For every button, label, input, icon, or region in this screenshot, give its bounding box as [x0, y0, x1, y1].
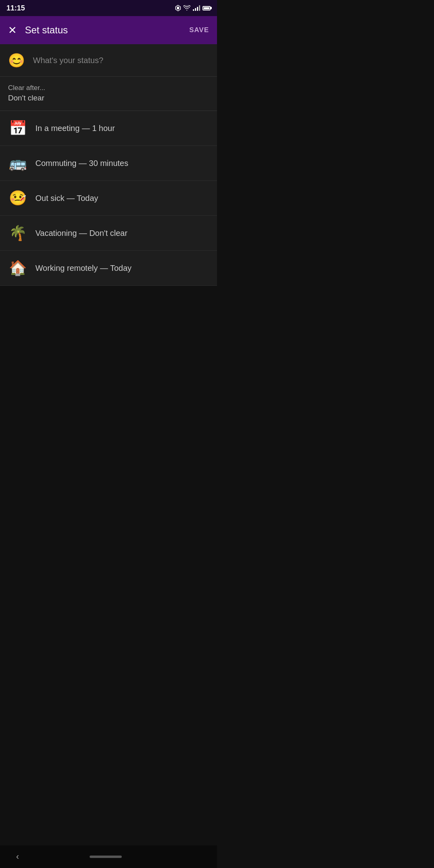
- status-bar: 11:15: [0, 0, 217, 16]
- save-button[interactable]: SAVE: [189, 26, 209, 34]
- svg-marker-1: [177, 6, 179, 10]
- battery-icon: [203, 6, 211, 10]
- out-sick-text: Out sick — Today: [35, 194, 98, 203]
- close-button[interactable]: ✕: [8, 25, 17, 35]
- status-option-vacationing[interactable]: 🌴 Vacationing — Don't clear: [0, 216, 217, 251]
- status-option-out-sick[interactable]: 🤒 Out sick — Today: [0, 181, 217, 216]
- status-input-row[interactable]: 😊 What's your status?: [0, 44, 217, 77]
- status-options-list: 📅 In a meeting — 1 hour 🚌 Commuting — 30…: [0, 111, 217, 286]
- vacationing-text: Vacationing — Don't clear: [35, 229, 127, 238]
- meeting-text: In a meeting — 1 hour: [35, 124, 115, 133]
- status-time: 11:15: [6, 4, 25, 12]
- smiley-icon: 😊: [8, 52, 25, 68]
- signal-icon: [193, 5, 200, 11]
- status-option-commuting[interactable]: 🚌 Commuting — 30 minutes: [0, 146, 217, 181]
- vacationing-emoji: 🌴: [8, 225, 27, 242]
- status-placeholder: What's your status?: [33, 56, 103, 65]
- toolbar-left: ✕ Set status: [8, 25, 68, 36]
- clear-after-label: Clear after...: [8, 84, 209, 92]
- toolbar: ✕ Set status SAVE: [0, 16, 217, 44]
- commuting-text: Commuting — 30 minutes: [35, 159, 128, 168]
- clear-after-value: Don't clear: [8, 94, 209, 102]
- working-remotely-text: Working remotely — Today: [35, 264, 131, 273]
- out-sick-emoji: 🤒: [8, 190, 27, 207]
- status-icons: [175, 5, 211, 11]
- commuting-emoji: 🚌: [8, 155, 27, 172]
- working-remotely-emoji: 🏠: [8, 260, 27, 276]
- data-saver-icon: [175, 5, 181, 11]
- clear-after-section[interactable]: Clear after... Don't clear: [0, 77, 217, 111]
- wifi-icon: [183, 5, 190, 11]
- status-option-working-remotely[interactable]: 🏠 Working remotely — Today: [0, 251, 217, 286]
- meeting-emoji: 📅: [8, 120, 27, 137]
- status-option-meeting[interactable]: 📅 In a meeting — 1 hour: [0, 111, 217, 146]
- toolbar-title: Set status: [25, 25, 68, 36]
